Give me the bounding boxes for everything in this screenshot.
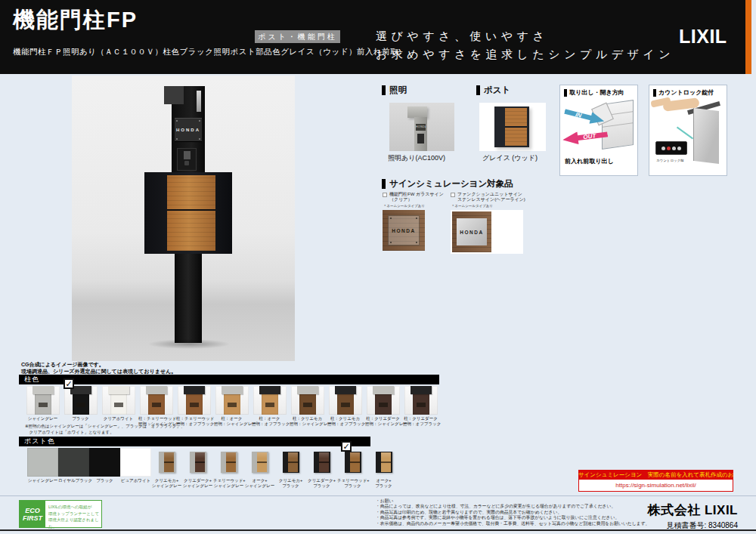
signsim-item-label: ファンクションユニットサイン ステンレスサイン(ヘアーライン) bbox=[457, 192, 525, 202]
photo-pillar-top-unit: HONDA bbox=[172, 86, 205, 172]
signsim-item-note: ＊ネームシールタイプあり bbox=[451, 204, 523, 208]
pillar-color-swatch[interactable]: 柱：チェリーウッド 照明：シャイングレー bbox=[138, 386, 174, 427]
stainless-sign-image: HONDA bbox=[452, 211, 491, 252]
post-color-row: シャイングレー ロイヤルブラック ブラック ピュアホワイト クリエモカ+ シャイ… bbox=[27, 448, 399, 489]
in-label: IN bbox=[575, 111, 582, 119]
post-color-swatch[interactable]: クリエモカ+ シャイングレー bbox=[151, 448, 182, 489]
countlock-title: カウントロック錠付 bbox=[658, 89, 714, 97]
photo-postbox bbox=[144, 172, 232, 254]
post-color-swatch[interactable]: チェリーウッド+ ブラック bbox=[337, 448, 368, 489]
checkbox-unchecked-icon[interactable] bbox=[383, 193, 387, 197]
pillar-selected-checkbox-icon[interactable]: ✓ bbox=[64, 378, 74, 389]
post-selected-checkbox-icon[interactable]: ✓ bbox=[341, 441, 352, 452]
photo-intercom bbox=[177, 148, 197, 171]
eco-first-badge: ECO FIRST LIXILの環境への取組が 環境トップランナーとして 環境大… bbox=[19, 500, 102, 528]
photo-lamp bbox=[164, 86, 184, 104]
post-color-swatch[interactable]: クリエダーク+ シャイングレー bbox=[182, 448, 213, 489]
lighting-lamp bbox=[407, 106, 427, 118]
company-block: 株式会社 LIXIL 見積書番号: 8340864 bbox=[648, 502, 738, 531]
pillar-color-swatch[interactable]: 柱：オーク 照明：オフブラック bbox=[252, 386, 287, 427]
post-swatch-color bbox=[27, 448, 58, 477]
category-badge: ポスト・機能門柱 bbox=[255, 30, 340, 43]
pillar-color-swatch[interactable]: 柱：クリエモカ 照明：オフブラック bbox=[327, 386, 363, 427]
photo-shadow bbox=[147, 339, 231, 349]
post-swatch-color bbox=[120, 448, 151, 477]
photo-name-plate: HONDA bbox=[175, 118, 202, 142]
post-color-swatch[interactable]: オーク+ シャイングレー bbox=[244, 448, 275, 489]
pillar-swatch-image bbox=[367, 386, 400, 415]
post-color-swatch[interactable]: クリエダーク+ ブラック bbox=[306, 448, 337, 489]
takeout-direction-box: 取り出し・開き方向 IN OUT 前入れ前取り出し bbox=[559, 85, 638, 176]
pillar-color-swatch[interactable]: ブラック bbox=[63, 386, 98, 427]
footer-divider bbox=[0, 495, 756, 496]
callout-line bbox=[677, 127, 693, 140]
pillar-color-swatch[interactable]: クリアホワイト bbox=[101, 386, 136, 427]
sign-simulator-url-link[interactable]: https://sign-simulation.net/lixil/ bbox=[578, 480, 733, 492]
post-color-swatch[interactable]: ピュアホワイト bbox=[120, 448, 151, 489]
post-color-swatch[interactable]: シャイングレー bbox=[27, 448, 58, 489]
stainless-sign-card: HONDA bbox=[451, 210, 523, 254]
signsim-title: サインシミュレーシヨン対象品 bbox=[389, 178, 513, 190]
pillar-swatch-image bbox=[291, 386, 324, 415]
post-color-swatch[interactable]: チェリーウッド+ シャイングレー bbox=[213, 448, 244, 489]
stainless-plate: HONDA bbox=[457, 218, 487, 245]
pillar-color-swatch[interactable]: 柱：オーク 照明：シャイングレー bbox=[214, 386, 249, 427]
slogan-line2: お求めやすさを追求したシンプルデザイン bbox=[376, 45, 674, 63]
pillar-color-swatch[interactable]: シャイングレー bbox=[25, 386, 60, 427]
post-color-swatch[interactable]: オーク+ ブラック bbox=[368, 448, 399, 489]
takeout-diagram: IN OUT bbox=[562, 99, 635, 155]
post-color-swatch[interactable]: ブラック bbox=[89, 448, 120, 489]
post-swatch-thumb bbox=[345, 452, 361, 473]
photo-disclaimer-line2: 現場調達品、シリーズ外選定品に関しては表現しておりません。 bbox=[21, 369, 176, 375]
pillar-color-swatch[interactable]: 柱：クリエモカ 照明：シャイングレー bbox=[290, 386, 325, 427]
company-name: 株式会社 LIXIL bbox=[648, 502, 738, 519]
post-swatch-thumb bbox=[283, 452, 299, 473]
pillar-color-row: シャイングレー ブラック クリアホワイト 柱：チェリーウッド 照明：シャイングレ… bbox=[25, 386, 438, 427]
pillar-swatch-image bbox=[253, 386, 287, 415]
checkbox-unchecked-icon[interactable] bbox=[451, 193, 455, 197]
slogan: 選びやすさ、使いやすさ お求めやすさを追求したシンプルデザイン bbox=[376, 27, 674, 63]
section-lighting-header: 照明 bbox=[382, 85, 407, 96]
post-swatch-thumb bbox=[221, 452, 237, 473]
pillar-color-swatch[interactable]: 柱：クリエダーク 照明：シャイングレー bbox=[365, 386, 401, 427]
page-bottom-border bbox=[0, 529, 756, 531]
eco-first-logo-icon: ECO FIRST bbox=[20, 501, 45, 527]
photo-pillar-base bbox=[175, 254, 202, 343]
photo-postbox-flap-divider bbox=[167, 209, 215, 211]
name-plate-text: HONDA bbox=[176, 128, 200, 132]
photo-lamp-slot bbox=[197, 91, 201, 112]
post-color-swatch[interactable]: ロイヤルブラック bbox=[58, 448, 89, 489]
section-post-header: ポスト bbox=[476, 85, 510, 96]
countlock-caption: カウントロック錠 bbox=[656, 159, 684, 162]
footer-note-line: ・商品写真は参考例です。実際に花鉢や小物等を置かれる場合は、落下等の事故がないよ… bbox=[376, 515, 649, 520]
glass-sign-image: HONDA bbox=[383, 210, 425, 251]
photo-disclaimer-line1: CG合成によるイメージ画像です。 bbox=[21, 362, 176, 369]
accent-strip bbox=[745, 0, 751, 74]
lighting-image: HONDA bbox=[389, 103, 454, 151]
countlock-title-row: カウントロック錠付 bbox=[653, 89, 724, 97]
post-swatch-thumb bbox=[190, 452, 206, 473]
lixil-logo: LIXIL bbox=[679, 26, 727, 48]
section-bullet-icon bbox=[382, 179, 386, 189]
footer-note-line: ・商品によっては、改良などにより仕様、寸法、カラーなどに多少の変更が生じる場合が… bbox=[376, 504, 649, 509]
signsim-item-stainless: ファンクションユニットサイン ステンレスサイン(ヘアーライン) ＊ネームシールタ… bbox=[451, 192, 523, 254]
quote-sheet-page: 機能門柱FP ポスト・機能門柱 機能門柱ＦＰ照明あり（ＡＣ１００Ｖ）柱色ブラック… bbox=[0, 0, 756, 534]
header: 機能門柱FP ポスト・機能門柱 機能門柱ＦＰ照明あり（ＡＣ１００Ｖ）柱色ブラック… bbox=[0, 0, 745, 74]
product-photo: HONDA bbox=[72, 76, 295, 361]
takeout-title: 取り出し・開き方向 bbox=[569, 89, 624, 97]
post-box-flap-divider bbox=[505, 126, 527, 128]
post-swatch-thumb bbox=[376, 452, 392, 473]
post-color-swatch[interactable]: クリエモカ+ ブラック bbox=[275, 448, 306, 489]
pillar-color-swatch[interactable]: 柱：チェリーウッド 照明：オフブラック bbox=[176, 386, 212, 427]
pillar-color-bar: 柱色 bbox=[19, 375, 439, 384]
pillar-swatch-image bbox=[329, 386, 362, 415]
pillar-color-swatch[interactable]: 柱：クリエダーク 照明：オフブラック bbox=[403, 386, 438, 427]
takeout-title-row: 取り出し・開き方向 bbox=[564, 89, 635, 97]
eco-first-text: LIXILの環境への取組が 環境トップランナーとして 環境大臣より認定されました… bbox=[45, 501, 101, 527]
lighting-intercom bbox=[417, 134, 424, 144]
post-image bbox=[479, 103, 546, 151]
pillar-swatch-image bbox=[215, 386, 249, 415]
lighting-name-plate: HONDA bbox=[416, 124, 426, 131]
sign-simulator-headline: サインシュミレーシヨン 実際の名前を入れて表札作成のお試しができます。 bbox=[578, 470, 733, 480]
signsim-item-note: ＊ネームシールタイプあり bbox=[383, 204, 452, 208]
